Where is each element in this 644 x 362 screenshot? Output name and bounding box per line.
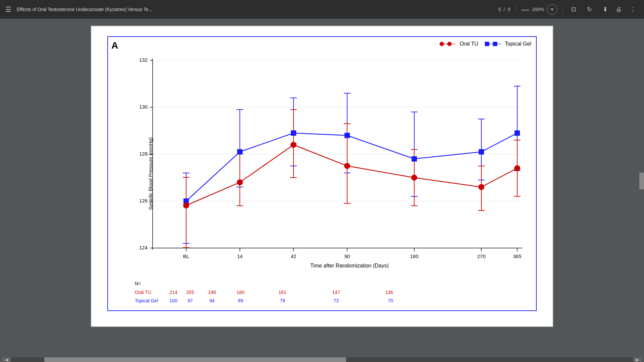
- oral-tu-line: [186, 145, 517, 205]
- topical-gel-row-label: Topical Gel: [135, 297, 165, 305]
- topical-gel-legend-icon: [484, 41, 503, 47]
- print-button[interactable]: 🖨: [613, 5, 625, 14]
- chart-container: A Oral TU: [107, 36, 537, 311]
- oral-tu-val-365: 136: [363, 288, 393, 297]
- svg-point-0: [440, 42, 444, 46]
- oral-tu-point-90: [344, 163, 350, 169]
- oral-tu-val-14: 205: [182, 288, 199, 297]
- svg-text:BL: BL: [183, 253, 189, 259]
- menu-icon[interactable]: ☰: [5, 5, 11, 13]
- scrollbar-thumb[interactable]: [44, 357, 346, 362]
- page-separator: /: [504, 7, 505, 12]
- page-navigation: 5 / 9: [498, 7, 510, 12]
- oral-tu-val-BL: 214: [165, 288, 182, 297]
- zoom-level: 200%: [532, 7, 544, 12]
- topical-gel-val-180: 79: [256, 297, 309, 305]
- bottom-scrollbar-container: ◀ ▶: [0, 357, 644, 362]
- oral-tu-val-270: 147: [309, 288, 363, 297]
- page-current: 5: [498, 7, 501, 12]
- svg-text:180: 180: [410, 253, 418, 259]
- document-page: A Oral TU: [91, 25, 553, 327]
- oral-tu-point-270: [478, 184, 484, 190]
- zoom-out-button[interactable]: —: [521, 5, 529, 14]
- document-title: Effects of Oral Testosterone Undecanoate…: [17, 7, 493, 12]
- chart-legend: Oral TU Topical Gel: [439, 41, 531, 47]
- svg-text:Time after Randomization (Days: Time after Randomization (Days): [310, 263, 389, 268]
- fit-page-button[interactable]: ⊡: [569, 4, 579, 14]
- oral-tu-row-label: Oral TU: [135, 288, 165, 297]
- toolbar: ☰ Effects of Oral Testosterone Undecanoa…: [0, 0, 644, 19]
- topical-gel-val-365: 70: [363, 297, 393, 305]
- download-button[interactable]: ⬇: [600, 4, 610, 14]
- oral-tu-point-BL: [183, 202, 189, 208]
- topical-gel-legend-label: Topical Gel: [505, 41, 531, 47]
- topical-gel-point-365: [515, 130, 520, 136]
- svg-rect-6: [493, 42, 497, 46]
- topical-gel-point-90: [344, 133, 350, 138]
- oral-tu-val-180: 161: [256, 288, 309, 297]
- zoom-controls: — 200% +: [521, 4, 557, 15]
- topical-gel-point-42: [291, 130, 296, 136]
- svg-text:365: 365: [513, 253, 521, 259]
- svg-text:14: 14: [237, 253, 243, 259]
- svg-text:124: 124: [139, 245, 148, 250]
- oral-tu-val-90: 180: [225, 288, 256, 297]
- svg-text:130: 130: [139, 104, 148, 110]
- oral-tu-point-42: [290, 142, 297, 148]
- topical-gel-val-90: 89: [225, 297, 256, 305]
- chart-svg: 132 130 128 126 124: [131, 54, 529, 268]
- legend-topical-gel: Topical Gel: [484, 41, 531, 47]
- oral-tu-legend-icon: [439, 41, 458, 47]
- right-scrollbar-handle[interactable]: [639, 173, 644, 189]
- topical-gel-val-42: 94: [199, 297, 225, 305]
- rotate-button[interactable]: ↻: [584, 4, 595, 14]
- toolbar-divider: [516, 5, 516, 13]
- svg-text:128: 128: [139, 151, 148, 157]
- topical-gel-val-270: 73: [309, 297, 363, 305]
- toolbar-right-actions: ⬇ 🖨 ⋮: [600, 4, 639, 14]
- topical-gel-point-180: [412, 156, 417, 162]
- oral-tu-legend-label: Oral TU: [460, 41, 478, 47]
- oral-tu-point-365: [514, 165, 520, 171]
- svg-text:126: 126: [139, 198, 148, 203]
- zoom-in-button[interactable]: +: [547, 4, 557, 15]
- svg-text:90: 90: [344, 253, 350, 259]
- legend-oral-tu: Oral TU: [439, 41, 478, 47]
- topical-gel-val-BL: 100: [165, 297, 182, 305]
- toolbar-divider-2: [563, 5, 563, 13]
- scroll-left-button[interactable]: ◀: [3, 357, 11, 362]
- svg-text:132: 132: [139, 57, 148, 63]
- more-options-button[interactable]: ⋮: [627, 4, 639, 14]
- topical-gel-val-14: 97: [182, 297, 199, 305]
- content-area: A Oral TU: [0, 19, 644, 362]
- scrollbar-track: [11, 357, 633, 362]
- page-total: 9: [507, 7, 510, 12]
- oral-tu-val-42: 196: [199, 288, 225, 297]
- n-table: N= Oral TU 214 205 196 180 161 147 136 T…: [135, 280, 393, 305]
- scroll-right-button[interactable]: ▶: [633, 357, 641, 362]
- panel-label: A: [111, 40, 118, 51]
- svg-text:270: 270: [477, 253, 485, 259]
- topical-gel-point-14: [237, 149, 243, 155]
- svg-point-2: [447, 42, 451, 46]
- topical-gel-point-270: [479, 149, 484, 155]
- svg-text:42: 42: [291, 253, 297, 259]
- svg-rect-4: [485, 42, 489, 46]
- oral-tu-point-180: [411, 175, 417, 181]
- oral-tu-point-14: [237, 179, 243, 185]
- n-label: N=: [135, 280, 165, 288]
